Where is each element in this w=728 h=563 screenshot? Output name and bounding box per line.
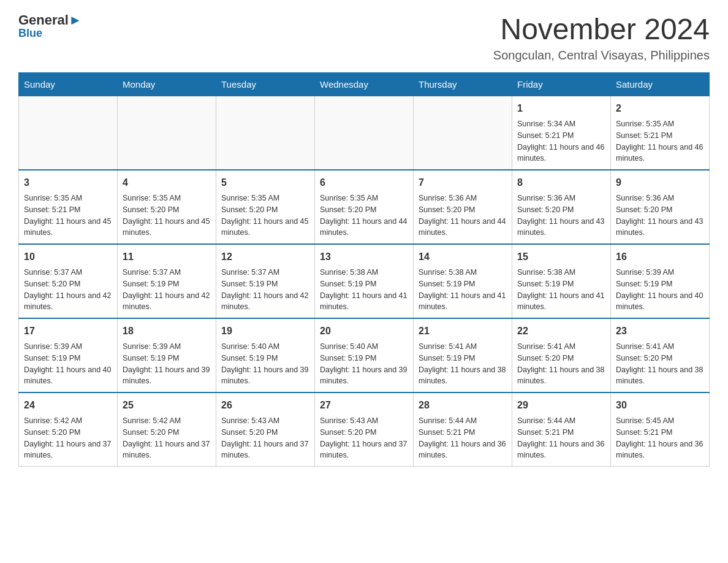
calendar-cell: 18Sunrise: 5:39 AMSunset: 5:19 PMDayligh… [118, 318, 216, 393]
day-info: Sunrise: 5:40 AMSunset: 5:19 PMDaylight:… [320, 341, 408, 387]
calendar-cell: 15Sunrise: 5:38 AMSunset: 5:19 PMDayligh… [512, 244, 611, 318]
day-number: 21 [419, 324, 507, 339]
logo-sub: Blue [18, 27, 42, 40]
day-info: Sunrise: 5:41 AMSunset: 5:20 PMDaylight:… [616, 341, 704, 387]
day-number: 13 [320, 250, 408, 264]
day-info: Sunrise: 5:39 AMSunset: 5:19 PMDaylight:… [24, 341, 112, 387]
col-friday: Friday [512, 73, 611, 96]
calendar-cell: 3Sunrise: 5:35 AMSunset: 5:21 PMDaylight… [19, 170, 118, 244]
day-info: Sunrise: 5:35 AMSunset: 5:21 PMDaylight:… [616, 118, 704, 164]
calendar-cell: 6Sunrise: 5:35 AMSunset: 5:20 PMDaylight… [315, 170, 414, 244]
day-number: 20 [320, 324, 408, 339]
calendar-cell: 11Sunrise: 5:37 AMSunset: 5:19 PMDayligh… [118, 244, 216, 318]
calendar-cell: 23Sunrise: 5:41 AMSunset: 5:20 PMDayligh… [611, 318, 710, 393]
day-number: 18 [123, 324, 211, 339]
logo-general: General [18, 12, 69, 28]
logo-blue-text: ► [69, 12, 82, 28]
calendar-week-row: 3Sunrise: 5:35 AMSunset: 5:21 PMDaylight… [19, 170, 710, 244]
calendar-cell: 25Sunrise: 5:42 AMSunset: 5:20 PMDayligh… [118, 393, 216, 467]
day-number: 6 [320, 175, 408, 190]
calendar-cell: 26Sunrise: 5:43 AMSunset: 5:20 PMDayligh… [216, 393, 315, 467]
calendar-cell: 4Sunrise: 5:35 AMSunset: 5:20 PMDaylight… [118, 170, 216, 244]
day-info: Sunrise: 5:36 AMSunset: 5:20 PMDaylight:… [419, 193, 507, 239]
day-info: Sunrise: 5:40 AMSunset: 5:19 PMDaylight:… [221, 341, 309, 387]
day-info: Sunrise: 5:39 AMSunset: 5:19 PMDaylight:… [123, 341, 211, 387]
day-number: 28 [419, 398, 507, 413]
day-info: Sunrise: 5:44 AMSunset: 5:21 PMDaylight:… [419, 415, 507, 461]
calendar-cell: 2Sunrise: 5:35 AMSunset: 5:21 PMDaylight… [611, 96, 710, 170]
day-info: Sunrise: 5:45 AMSunset: 5:21 PMDaylight:… [616, 415, 704, 461]
day-info: Sunrise: 5:37 AMSunset: 5:20 PMDaylight:… [24, 267, 112, 313]
col-tuesday: Tuesday [216, 73, 315, 96]
calendar-cell: 13Sunrise: 5:38 AMSunset: 5:19 PMDayligh… [315, 244, 414, 318]
calendar-cell [414, 96, 512, 170]
day-number: 4 [123, 175, 211, 190]
calendar-cell: 21Sunrise: 5:41 AMSunset: 5:19 PMDayligh… [414, 318, 512, 393]
day-number: 16 [616, 250, 704, 264]
location-title: Songculan, Central Visayas, Philippines [493, 48, 710, 63]
page-header: General ► Blue November 2024 Songculan, … [18, 12, 710, 63]
day-number: 29 [517, 398, 605, 413]
calendar-cell: 14Sunrise: 5:38 AMSunset: 5:19 PMDayligh… [414, 244, 512, 318]
day-number: 9 [616, 175, 704, 190]
calendar-cell: 20Sunrise: 5:40 AMSunset: 5:19 PMDayligh… [315, 318, 414, 393]
day-info: Sunrise: 5:41 AMSunset: 5:20 PMDaylight:… [517, 341, 605, 387]
day-number: 19 [221, 324, 309, 339]
calendar-cell: 17Sunrise: 5:39 AMSunset: 5:19 PMDayligh… [19, 318, 118, 393]
day-info: Sunrise: 5:38 AMSunset: 5:19 PMDaylight:… [320, 267, 408, 313]
day-number: 27 [320, 398, 408, 413]
day-info: Sunrise: 5:42 AMSunset: 5:20 PMDaylight:… [24, 415, 112, 461]
day-number: 25 [123, 398, 211, 413]
day-number: 10 [24, 250, 112, 264]
calendar-cell: 10Sunrise: 5:37 AMSunset: 5:20 PMDayligh… [19, 244, 118, 318]
day-number: 2 [616, 101, 704, 116]
col-monday: Monday [118, 73, 216, 96]
calendar-cell: 7Sunrise: 5:36 AMSunset: 5:20 PMDaylight… [414, 170, 512, 244]
day-number: 7 [419, 175, 507, 190]
col-wednesday: Wednesday [315, 73, 414, 96]
calendar-cell: 12Sunrise: 5:37 AMSunset: 5:19 PMDayligh… [216, 244, 315, 318]
day-info: Sunrise: 5:41 AMSunset: 5:19 PMDaylight:… [419, 341, 507, 387]
calendar-cell [118, 96, 216, 170]
day-info: Sunrise: 5:35 AMSunset: 5:20 PMDaylight:… [123, 193, 211, 239]
calendar-cell: 27Sunrise: 5:43 AMSunset: 5:20 PMDayligh… [315, 393, 414, 467]
calendar-week-row: 17Sunrise: 5:39 AMSunset: 5:19 PMDayligh… [19, 318, 710, 393]
calendar-header-row: Sunday Monday Tuesday Wednesday Thursday… [19, 73, 710, 96]
logo-text: General ► [18, 12, 82, 28]
calendar-week-row: 10Sunrise: 5:37 AMSunset: 5:20 PMDayligh… [19, 244, 710, 318]
day-info: Sunrise: 5:35 AMSunset: 5:20 PMDaylight:… [221, 193, 309, 239]
day-number: 1 [517, 101, 605, 116]
day-number: 17 [24, 324, 112, 339]
day-info: Sunrise: 5:42 AMSunset: 5:20 PMDaylight:… [123, 415, 211, 461]
calendar-cell: 22Sunrise: 5:41 AMSunset: 5:20 PMDayligh… [512, 318, 611, 393]
col-saturday: Saturday [611, 73, 710, 96]
day-number: 5 [221, 175, 309, 190]
day-number: 26 [221, 398, 309, 413]
calendar-cell: 19Sunrise: 5:40 AMSunset: 5:19 PMDayligh… [216, 318, 315, 393]
day-info: Sunrise: 5:39 AMSunset: 5:19 PMDaylight:… [616, 267, 704, 313]
day-number: 30 [616, 398, 704, 413]
calendar-cell [315, 96, 414, 170]
calendar-week-row: 1Sunrise: 5:34 AMSunset: 5:21 PMDaylight… [19, 96, 710, 170]
calendar-cell: 8Sunrise: 5:36 AMSunset: 5:20 PMDaylight… [512, 170, 611, 244]
day-info: Sunrise: 5:36 AMSunset: 5:20 PMDaylight:… [616, 193, 704, 239]
calendar-cell [216, 96, 315, 170]
day-info: Sunrise: 5:43 AMSunset: 5:20 PMDaylight:… [221, 415, 309, 461]
calendar-cell: 5Sunrise: 5:35 AMSunset: 5:20 PMDaylight… [216, 170, 315, 244]
day-number: 3 [24, 175, 112, 190]
logo: General ► Blue [18, 12, 82, 40]
day-info: Sunrise: 5:37 AMSunset: 5:19 PMDaylight:… [221, 267, 309, 313]
day-number: 12 [221, 250, 309, 264]
calendar-cell: 16Sunrise: 5:39 AMSunset: 5:19 PMDayligh… [611, 244, 710, 318]
day-info: Sunrise: 5:38 AMSunset: 5:19 PMDaylight:… [517, 267, 605, 313]
day-number: 14 [419, 250, 507, 264]
title-section: November 2024 Songculan, Central Visayas… [493, 12, 710, 63]
day-number: 23 [616, 324, 704, 339]
day-info: Sunrise: 5:38 AMSunset: 5:19 PMDaylight:… [419, 267, 507, 313]
day-info: Sunrise: 5:37 AMSunset: 5:19 PMDaylight:… [123, 267, 211, 313]
calendar-cell: 30Sunrise: 5:45 AMSunset: 5:21 PMDayligh… [611, 393, 710, 467]
day-number: 11 [123, 250, 211, 264]
col-sunday: Sunday [19, 73, 118, 96]
calendar-cell: 28Sunrise: 5:44 AMSunset: 5:21 PMDayligh… [414, 393, 512, 467]
day-number: 24 [24, 398, 112, 413]
